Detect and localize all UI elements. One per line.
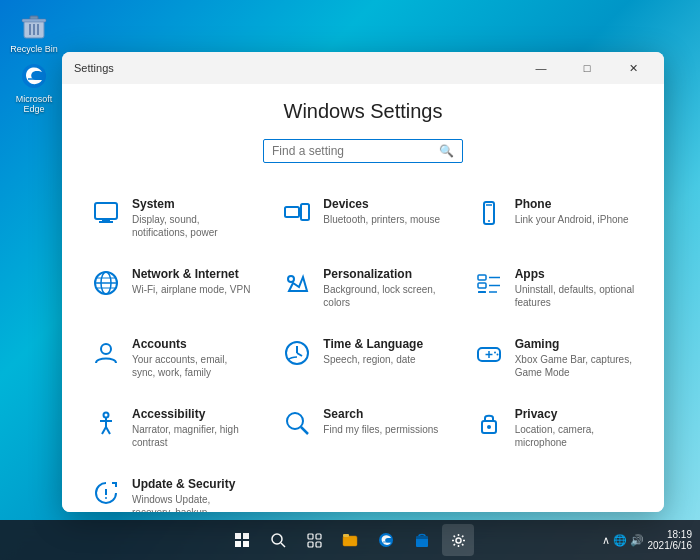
- svg-rect-57: [316, 542, 321, 547]
- accessibility-name: Accessibility: [132, 407, 253, 421]
- search-icon: 🔍: [439, 144, 454, 158]
- taskbar-chevron[interactable]: ∧: [602, 534, 610, 547]
- privacy-name: Privacy: [515, 407, 636, 421]
- network-name: Network & Internet: [132, 267, 250, 281]
- svg-point-36: [496, 354, 498, 356]
- search-input[interactable]: [272, 144, 439, 158]
- settings-grid: System Display, sound, notifications, po…: [82, 187, 644, 512]
- window-title: Settings: [74, 62, 114, 74]
- settings-item-privacy[interactable]: Privacy Location, camera, microphone: [465, 397, 644, 459]
- settings-item-time-language[interactable]: Time & Language Speech, region, date: [273, 327, 452, 389]
- search-box[interactable]: 🔍: [263, 139, 463, 163]
- privacy-desc: Location, camera, microphone: [515, 423, 636, 449]
- svg-rect-55: [316, 534, 321, 539]
- desktop: Recycle Bin Microsoft Edge Settings — □ …: [0, 0, 700, 560]
- recycle-bin-label: Recycle Bin: [10, 44, 58, 54]
- settings-item-search[interactable]: Search Find my files, permissions: [273, 397, 452, 459]
- search-settings-desc: Find my files, permissions: [323, 423, 438, 436]
- svg-rect-48: [235, 533, 241, 539]
- svg-rect-22: [478, 275, 486, 280]
- settings-item-system[interactable]: System Display, sound, notifications, po…: [82, 187, 261, 249]
- settings-item-apps[interactable]: Apps Uninstall, defaults, optional featu…: [465, 257, 644, 319]
- settings-item-gaming[interactable]: Gaming Xbox Game Bar, captures, Game Mod…: [465, 327, 644, 389]
- svg-point-63: [456, 538, 461, 543]
- update-security-name: Update & Security: [132, 477, 253, 491]
- gaming-icon: [473, 337, 505, 369]
- system-desc: Display, sound, notifications, power: [132, 213, 253, 239]
- maximize-button[interactable]: □: [564, 52, 610, 84]
- window-controls: — □ ✕: [518, 52, 656, 84]
- taskbar-time[interactable]: 18:19 2021/6/16: [648, 529, 693, 551]
- phone-name: Phone: [515, 197, 629, 211]
- svg-rect-59: [343, 534, 349, 537]
- settings-item-accounts[interactable]: Accounts Your accounts, email, sync, wor…: [82, 327, 261, 389]
- store-taskbar-button[interactable]: [406, 524, 438, 556]
- file-explorer-button[interactable]: [334, 524, 366, 556]
- svg-rect-23: [478, 283, 486, 288]
- taskbar-center: [226, 524, 474, 556]
- svg-line-41: [106, 427, 110, 434]
- svg-rect-62: [416, 536, 428, 539]
- system-name: System: [132, 197, 253, 211]
- edge-label: Microsoft Edge: [8, 94, 60, 114]
- taskbar-right: ∧ 🌐 🔊 18:19 2021/6/16: [602, 529, 701, 551]
- settings-item-update-security[interactable]: Update & Security Windows Update, recove…: [82, 467, 261, 512]
- taskbar-time-display: 18:19: [667, 529, 692, 540]
- svg-rect-11: [301, 204, 309, 220]
- edge-icon: [18, 60, 50, 92]
- accessibility-desc: Narrator, magnifier, high contrast: [132, 423, 253, 449]
- edge-taskbar-button[interactable]: [370, 524, 402, 556]
- svg-rect-56: [308, 542, 313, 547]
- svg-point-37: [104, 413, 109, 418]
- accounts-icon: [90, 337, 122, 369]
- time-language-desc: Speech, region, date: [323, 353, 423, 366]
- svg-rect-58: [343, 536, 357, 546]
- recycle-bin-icon: [18, 10, 50, 42]
- svg-line-40: [102, 427, 106, 434]
- personalization-desc: Background, lock screen, colors: [323, 283, 444, 309]
- network-icon: [90, 267, 122, 299]
- svg-rect-7: [95, 203, 117, 219]
- svg-point-28: [101, 344, 111, 354]
- desktop-icons: Recycle Bin Microsoft Edge: [8, 10, 60, 114]
- svg-rect-2: [22, 19, 46, 22]
- search-settings-name: Search: [323, 407, 438, 421]
- settings-item-devices[interactable]: Devices Bluetooth, printers, mouse: [273, 187, 452, 249]
- taskbar-volume-icon: 🔊: [630, 534, 644, 547]
- svg-rect-61: [416, 538, 428, 547]
- taskbar: ∧ 🌐 🔊 18:19 2021/6/16: [0, 520, 700, 560]
- system-icon: [90, 197, 122, 229]
- settings-item-personalization[interactable]: Personalization Background, lock screen,…: [273, 257, 452, 319]
- settings-item-phone[interactable]: Phone Link your Android, iPhone: [465, 187, 644, 249]
- apps-icon: [473, 267, 505, 299]
- close-button[interactable]: ✕: [610, 52, 656, 84]
- task-view-button[interactable]: [298, 524, 330, 556]
- settings-heading: Windows Settings: [82, 100, 644, 123]
- gaming-name: Gaming: [515, 337, 636, 351]
- taskbar-search-button[interactable]: [262, 524, 294, 556]
- start-button[interactable]: [226, 524, 258, 556]
- svg-point-47: [105, 497, 107, 499]
- update-security-icon: [90, 477, 122, 509]
- settings-taskbar-button[interactable]: [442, 524, 474, 556]
- accounts-desc: Your accounts, email, sync, work, family: [132, 353, 253, 379]
- svg-line-31: [297, 353, 302, 356]
- settings-item-accessibility[interactable]: Accessibility Narrator, magnifier, high …: [82, 397, 261, 459]
- desktop-icon-recycle-bin[interactable]: Recycle Bin: [8, 10, 60, 54]
- svg-rect-24: [478, 291, 486, 293]
- svg-line-53: [281, 543, 285, 547]
- minimize-button[interactable]: —: [518, 52, 564, 84]
- svg-point-12: [304, 219, 306, 221]
- phone-desc: Link your Android, iPhone: [515, 213, 629, 226]
- svg-rect-51: [243, 541, 249, 547]
- settings-item-network[interactable]: Network & Internet Wi-Fi, airplane mode,…: [82, 257, 261, 319]
- desktop-icon-edge[interactable]: Microsoft Edge: [8, 60, 60, 114]
- svg-point-14: [488, 220, 490, 222]
- search-settings-icon: [281, 407, 313, 439]
- svg-rect-50: [235, 541, 241, 547]
- accessibility-icon: [90, 407, 122, 439]
- gaming-desc: Xbox Game Bar, captures, Game Mode: [515, 353, 636, 379]
- personalization-icon: [281, 267, 313, 299]
- svg-rect-49: [243, 533, 249, 539]
- window-titlebar: Settings — □ ✕: [62, 52, 664, 84]
